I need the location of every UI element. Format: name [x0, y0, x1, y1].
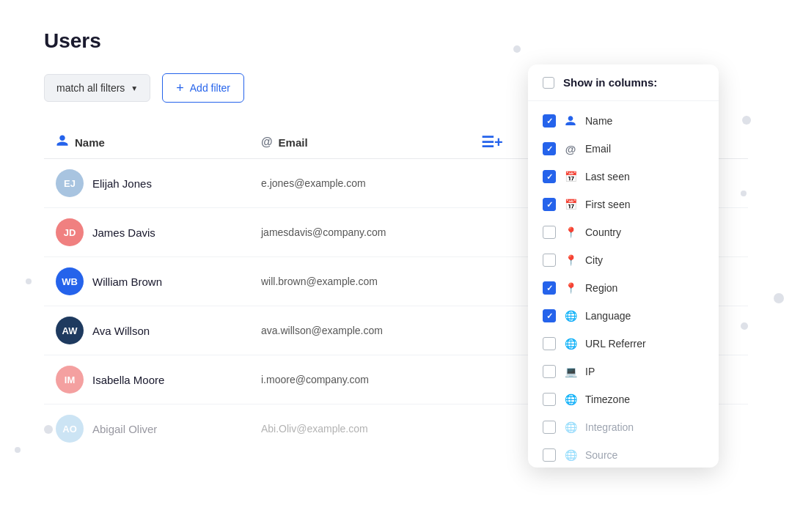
column-label-language: Language: [585, 310, 631, 322]
decor-dot: [741, 191, 747, 196]
decor-dot: [774, 293, 784, 303]
columns-list: Name @ Email 📅 Last seen 📅 First seen 📍 …: [528, 101, 719, 468]
avatar: WB: [56, 267, 84, 295]
column-label-city: City: [585, 254, 603, 266]
user-email: e.jones@example.com: [261, 177, 366, 189]
user-email: ava.willson@example.com: [261, 325, 383, 336]
column-checkbox-source[interactable]: [543, 448, 556, 462]
column-icon-first_seen: 📅: [563, 197, 578, 212]
chevron-down-icon: ▼: [131, 84, 138, 92]
add-filter-button[interactable]: + Add filter: [162, 73, 244, 103]
column-item-url_referrer[interactable]: 🌐 URL Referrer: [528, 330, 719, 358]
column-item-city[interactable]: 📍 City: [528, 246, 719, 274]
column-checkbox-email[interactable]: [543, 142, 556, 155]
user-cell: WB William Brown: [56, 267, 238, 295]
column-icon-country: 📍: [563, 225, 578, 240]
column-label-url_referrer: URL Referrer: [585, 338, 646, 350]
decor-dot: [15, 447, 21, 453]
column-item-first_seen[interactable]: 📅 First seen: [528, 191, 719, 218]
name-col-header: Name: [75, 136, 105, 149]
user-email: will.brown@example.com: [261, 276, 378, 287]
user-cell: JD James Davis: [56, 218, 238, 246]
column-label-integration: Integration: [585, 421, 634, 433]
column-label-ip: IP: [585, 366, 595, 377]
user-name: Elijah Jones: [92, 177, 152, 190]
column-icon-ip: 💻: [563, 364, 578, 379]
column-icon-source: 🌐: [563, 448, 578, 462]
column-icon-email: @: [563, 141, 578, 156]
columns-panel-title: Show in columns:: [563, 76, 657, 89]
column-icon-url_referrer: 🌐: [563, 336, 578, 351]
user-cell: AW Ava Willson: [56, 317, 238, 344]
add-filter-label: Add filter: [190, 82, 230, 94]
columns-manage-icon[interactable]: ☰+: [481, 134, 503, 150]
column-icon-integration: 🌐: [563, 420, 578, 435]
column-label-last_seen: Last seen: [585, 171, 630, 182]
column-checkbox-last_seen[interactable]: [543, 170, 556, 183]
decor-dot: [26, 278, 32, 284]
decor-dot: [741, 322, 748, 330]
column-item-integration[interactable]: 🌐 Integration: [528, 413, 719, 441]
avatar: AO: [56, 415, 84, 443]
column-label-timezone: Timezone: [585, 394, 630, 405]
column-checkbox-first_seen[interactable]: [543, 198, 556, 211]
avatar: AW: [56, 317, 84, 344]
user-email: i.moore@company.com: [261, 374, 369, 385]
user-email: jamesdavis@company.com: [261, 226, 386, 238]
column-item-country[interactable]: 📍 Country: [528, 218, 719, 246]
filter-dropdown[interactable]: match all filters ▼: [44, 74, 150, 102]
decor-dot: [513, 45, 521, 53]
column-checkbox-ip[interactable]: [543, 365, 556, 378]
column-item-timezone[interactable]: 🌐 Timezone: [528, 385, 719, 413]
column-item-region[interactable]: 📍 Region: [528, 274, 719, 302]
avatar: IM: [56, 366, 84, 394]
column-label-email: Email: [585, 143, 611, 155]
column-checkbox-name[interactable]: [543, 114, 556, 128]
columns-panel: Show in columns: Name @ Email 📅 Last see…: [528, 64, 719, 468]
page-title: Users: [44, 29, 748, 53]
user-cell: EJ Elijah Jones: [56, 169, 238, 197]
column-checkbox-integration[interactable]: [543, 421, 556, 434]
column-item-ip[interactable]: 💻 IP: [528, 358, 719, 385]
column-item-language[interactable]: 🌐 Language: [528, 302, 719, 330]
column-icon-name: [563, 114, 578, 128]
column-label-country: Country: [585, 226, 621, 238]
name-col-icon: [56, 134, 69, 150]
column-label-name: Name: [585, 115, 612, 127]
column-checkbox-city[interactable]: [543, 254, 556, 267]
column-icon-region: 📍: [563, 281, 578, 295]
user-name: Isabella Moore: [92, 374, 164, 386]
column-item-name[interactable]: Name: [528, 107, 719, 135]
column-icon-last_seen: 📅: [563, 169, 578, 184]
column-checkbox-timezone[interactable]: [543, 393, 556, 406]
user-name: Abigail Oliver: [92, 423, 157, 435]
column-item-email[interactable]: @ Email: [528, 135, 719, 163]
avatar: JD: [56, 218, 84, 246]
user-name: William Brown: [92, 276, 162, 288]
column-checkbox-language[interactable]: [543, 309, 556, 322]
column-checkbox-country[interactable]: [543, 226, 556, 239]
filter-label: match all filters: [56, 82, 125, 94]
plus-icon: +: [176, 81, 184, 95]
user-email: Abi.Oliv@example.com: [261, 423, 368, 435]
column-item-last_seen[interactable]: 📅 Last seen: [528, 163, 719, 191]
column-item-source[interactable]: 🌐 Source: [528, 441, 719, 468]
column-icon-timezone: 🌐: [563, 392, 578, 407]
column-checkbox-region[interactable]: [543, 281, 556, 295]
user-cell: AO Abigail Oliver: [56, 415, 238, 443]
user-cell: IM Isabella Moore: [56, 366, 238, 394]
column-label-source: Source: [585, 449, 617, 461]
column-checkbox-url_referrer[interactable]: [543, 337, 556, 350]
avatar: EJ: [56, 169, 84, 197]
column-label-region: Region: [585, 282, 617, 294]
email-col-icon: @: [261, 136, 273, 149]
columns-select-all-checkbox[interactable]: [543, 77, 554, 89]
column-icon-language: 🌐: [563, 309, 578, 323]
email-col-header: Email: [279, 136, 308, 149]
column-icon-city: 📍: [563, 253, 578, 267]
column-label-first_seen: First seen: [585, 199, 630, 210]
decor-dot: [742, 116, 751, 125]
user-name: Ava Willson: [92, 325, 150, 337]
user-name: James Davis: [92, 226, 155, 239]
columns-panel-header: Show in columns:: [528, 64, 719, 101]
